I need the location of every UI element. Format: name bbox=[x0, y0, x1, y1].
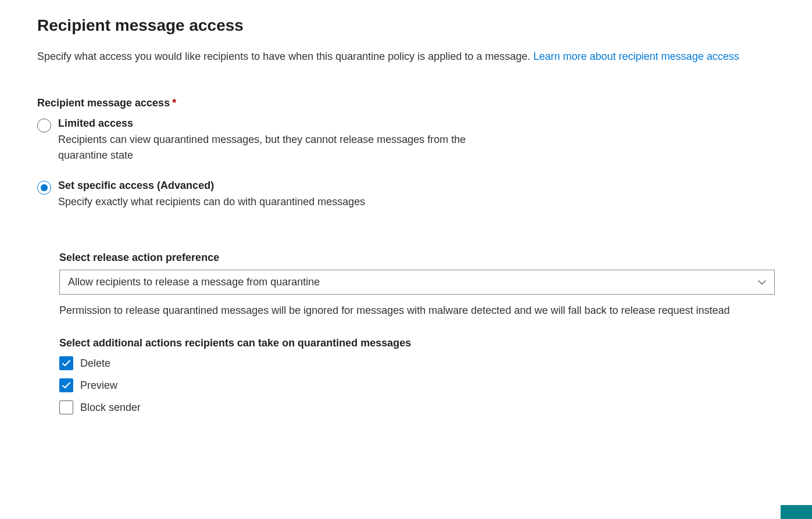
checkbox-indicator-delete bbox=[59, 356, 73, 370]
additional-actions-label: Select additional actions recipients can… bbox=[59, 337, 775, 349]
release-action-dropdown[interactable]: Allow recipients to release a message fr… bbox=[59, 270, 775, 295]
learn-more-link[interactable]: Learn more about recipient message acces… bbox=[533, 51, 739, 62]
access-radio-group: Limited access Recipients can view quara… bbox=[37, 117, 775, 210]
radio-option-specific-access[interactable]: Set specific access (Advanced) Specify e… bbox=[37, 180, 775, 210]
radio-desc-specific: Specify exactly what recipients can do w… bbox=[58, 194, 488, 210]
checkbox-label-block-sender: Block sender bbox=[80, 402, 141, 414]
check-icon bbox=[62, 381, 71, 390]
required-indicator: * bbox=[172, 97, 176, 109]
radio-content-limited: Limited access Recipients can view quara… bbox=[58, 117, 775, 163]
check-icon bbox=[62, 359, 71, 368]
radio-option-limited-access[interactable]: Limited access Recipients can view quara… bbox=[37, 117, 775, 163]
checkbox-label-preview: Preview bbox=[80, 380, 117, 392]
release-action-label: Select release action preference bbox=[59, 252, 775, 264]
checkbox-label-delete: Delete bbox=[80, 357, 110, 370]
radio-indicator-limited bbox=[37, 119, 51, 133]
specific-access-subsection: Select release action preference Allow r… bbox=[37, 252, 775, 414]
intro-text: Specify what access you would like recip… bbox=[37, 51, 533, 62]
checkbox-option-preview[interactable]: Preview bbox=[59, 378, 775, 392]
field-label-recipient-access: Recipient message access* bbox=[37, 97, 775, 109]
checkbox-indicator-preview bbox=[59, 378, 73, 392]
checkbox-option-delete[interactable]: Delete bbox=[59, 356, 775, 370]
dropdown-selected-value: Allow recipients to release a message fr… bbox=[68, 276, 320, 288]
radio-indicator-specific bbox=[37, 181, 51, 195]
additional-actions-checkbox-group: Delete Preview Block sender bbox=[59, 356, 775, 414]
intro-paragraph: Specify what access you would like recip… bbox=[37, 49, 775, 65]
page-title: Recipient message access bbox=[37, 16, 775, 35]
field-label-text: Recipient message access bbox=[37, 97, 170, 109]
radio-title-limited: Limited access bbox=[58, 117, 775, 130]
radio-content-specific: Set specific access (Advanced) Specify e… bbox=[58, 180, 775, 210]
checkbox-option-block-sender[interactable]: Block sender bbox=[59, 400, 775, 414]
radio-desc-limited: Recipients can view quarantined messages… bbox=[58, 132, 488, 163]
radio-title-specific: Set specific access (Advanced) bbox=[58, 180, 775, 192]
chevron-down-icon bbox=[758, 278, 766, 287]
checkbox-indicator-block-sender bbox=[59, 400, 73, 414]
release-action-helper-text: Permission to release quarantined messag… bbox=[59, 303, 775, 318]
